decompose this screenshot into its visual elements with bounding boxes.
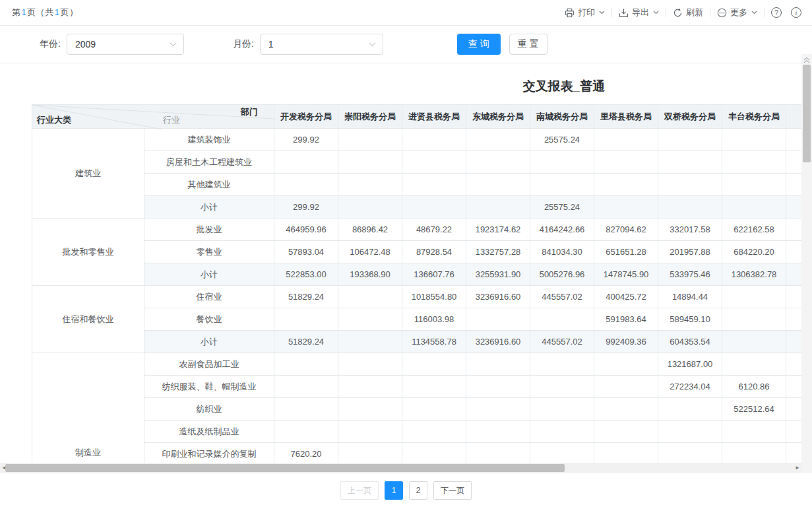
data-cell: 591983.64 [594, 308, 658, 331]
table-row: 餐饮业116003.98591983.64589459.10 [32, 308, 812, 331]
data-cell [722, 443, 786, 463]
data-cell [338, 331, 402, 353]
vertical-scrollbar[interactable] [801, 54, 812, 473]
data-cell [338, 353, 402, 376]
reset-button[interactable]: 重 置 [509, 34, 547, 55]
data-cell [274, 353, 338, 376]
data-cell [338, 151, 402, 174]
column-header: 东城税务分局 [466, 105, 530, 129]
data-cell [594, 196, 658, 219]
data-cell [466, 129, 530, 151]
horizontal-scrollbar-thumb[interactable] [5, 464, 565, 472]
data-cell: 464959.96 [274, 219, 338, 241]
row-label-cell: 造纸及纸制品业 [144, 421, 274, 443]
column-header: 开发税务分局 [274, 105, 338, 129]
data-cell: 25575.24 [530, 129, 594, 151]
refresh-button[interactable]: 刷新 [673, 7, 703, 18]
export-button[interactable]: 导出 [619, 7, 659, 18]
scroll-up-icon[interactable] [801, 54, 812, 63]
data-cell [658, 151, 722, 174]
month-select[interactable]: 1 [260, 34, 383, 55]
scroll-right-arrow-icon[interactable]: ► [794, 463, 801, 473]
data-cell [274, 308, 338, 331]
table-row: 其他建筑业 [32, 174, 812, 196]
toolbar-divider [666, 8, 666, 17]
data-cell [402, 421, 466, 443]
report-table: 部门 行业 行业大类开发税务分局崇阳税务分局进贤县税务局东城税务分局南城税务分局… [32, 104, 812, 463]
row-label-cell: 餐饮业 [144, 308, 274, 331]
page-number-button[interactable]: 1 [385, 481, 403, 500]
chevron-down-icon [369, 42, 376, 47]
data-cell [466, 308, 530, 331]
table-row: 建筑业建筑装饰业299.9225575.24 [32, 129, 812, 151]
query-button[interactable]: 查 询 [457, 34, 501, 55]
more-label: 更多 [730, 7, 747, 18]
chevron-down-icon [170, 42, 177, 47]
data-cell: 1134558.78 [402, 331, 466, 353]
horizontal-scrollbar[interactable]: ◄ ► [0, 463, 801, 473]
prev-page-button[interactable]: 上一页 [340, 481, 379, 500]
group-label-cell: 住宿和餐饮业 [32, 286, 144, 353]
row-label-cell: 住宿业 [144, 286, 274, 308]
data-cell: 992409.36 [594, 331, 658, 353]
data-cell [722, 331, 786, 353]
print-button[interactable]: 打印 [565, 7, 605, 18]
data-cell: 1306382.78 [722, 263, 786, 286]
data-cell [594, 443, 658, 463]
row-label-cell: 建筑装饰业 [144, 129, 274, 151]
data-cell [338, 196, 402, 219]
data-cell: 87928.54 [402, 241, 466, 263]
row-label-cell: 零售业 [144, 241, 274, 263]
refresh-icon [673, 8, 683, 18]
data-cell [722, 196, 786, 219]
table-row: 印刷业和记录媒介的复制7620.20 [32, 443, 812, 463]
data-cell [402, 353, 466, 376]
data-cell [402, 129, 466, 151]
data-cell: 3236916.60 [466, 286, 530, 308]
data-cell [338, 398, 402, 421]
chevron-down-icon [599, 11, 605, 15]
data-cell: 4164242.66 [530, 219, 594, 241]
data-cell [402, 174, 466, 196]
next-page-button[interactable]: 下一页 [433, 481, 472, 500]
data-cell [594, 376, 658, 398]
help-icon[interactable]: ? [771, 7, 782, 18]
page-number-button[interactable]: 2 [409, 481, 427, 500]
chevron-down-icon [751, 11, 757, 15]
data-cell: 445557.02 [530, 286, 594, 308]
pagination: 上一页12下一页 [0, 473, 812, 507]
row-label-cell: 小计 [144, 331, 274, 353]
data-cell [594, 151, 658, 174]
row-label-cell: 小计 [144, 196, 274, 219]
data-cell: 57893.04 [274, 241, 338, 263]
data-cell: 116003.98 [402, 308, 466, 331]
data-cell [466, 443, 530, 463]
header-row: 部门 行业 行业大类开发税务分局崇阳税务分局进贤县税务局东城税务分局南城税务分局… [32, 105, 812, 129]
column-header: 里塔县税务局 [594, 105, 658, 129]
toolbar: 打印导出刷新更多 ? i [565, 7, 801, 18]
month-select-value: 1 [268, 39, 274, 50]
data-cell: 827094.62 [594, 219, 658, 241]
row-label-cell: 小计 [144, 263, 274, 286]
data-cell: 136607.76 [402, 263, 466, 286]
data-cell: 48679.22 [402, 219, 466, 241]
data-cell [274, 421, 338, 443]
data-cell [530, 151, 594, 174]
info-icon[interactable]: i [791, 7, 801, 18]
table-row: 零售业57893.04106472.4887928.541332757.2884… [32, 241, 812, 263]
year-select[interactable]: 2009 [67, 34, 184, 55]
more-button[interactable]: 更多 [717, 7, 757, 18]
chevron-down-icon [653, 11, 659, 15]
data-cell: 604353.54 [658, 331, 722, 353]
data-cell [594, 129, 658, 151]
data-cell: 445557.02 [530, 331, 594, 353]
data-cell: 51829.24 [274, 331, 338, 353]
column-header: 崇阳税务分局 [338, 105, 402, 129]
data-cell [722, 421, 786, 443]
data-cell: 5005276.96 [530, 263, 594, 286]
data-cell [658, 443, 722, 463]
corner-label-industry: 行业 [163, 114, 180, 126]
report-title: 交叉报表_普通 [0, 78, 812, 95]
vertical-scrollbar-thumb[interactable] [803, 65, 811, 162]
column-header: 双桥税务分局 [658, 105, 722, 129]
